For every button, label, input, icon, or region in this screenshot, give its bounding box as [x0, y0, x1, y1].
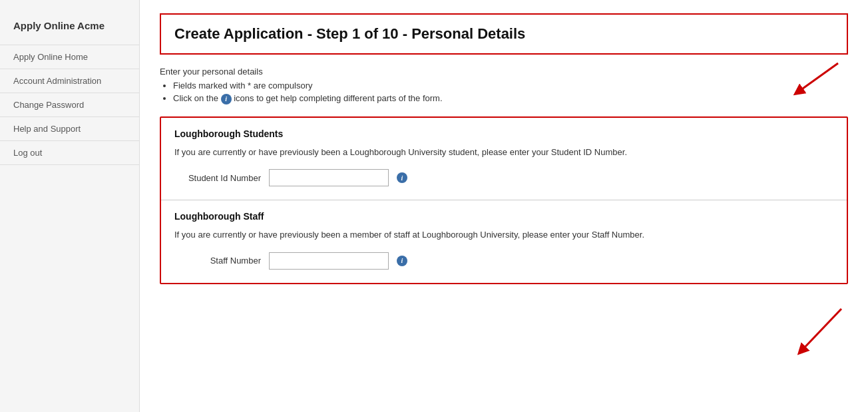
- apply-online-home-link[interactable]: Apply Online Home: [0, 45, 139, 69]
- sidebar-logo: Apply Online Acme: [0, 13, 139, 45]
- intro-bullet-1: Fields marked with * are compulsory: [173, 81, 848, 91]
- form-section: Loughborough Students If you are current…: [160, 116, 848, 284]
- intro-text: Enter your personal details: [160, 67, 848, 77]
- sidebar-item-log-out[interactable]: Log out: [0, 140, 139, 165]
- sidebar-item-help-support[interactable]: Help and Support: [0, 116, 139, 140]
- staff-number-field-row: Staff Number i: [174, 252, 833, 270]
- info-icon-inline[interactable]: i: [221, 94, 232, 104]
- staff-section-title: Loughborough Staff: [174, 211, 833, 222]
- account-administration-link[interactable]: Account Administration: [0, 69, 139, 93]
- students-section-title: Loughborough Students: [174, 128, 833, 139]
- sidebar-item-apply-online-home[interactable]: Apply Online Home: [0, 45, 139, 69]
- sidebar: Apply Online Acme Apply Online Home Acco…: [0, 0, 140, 412]
- student-id-input[interactable]: [269, 169, 389, 186]
- staff-section-desc: If you are currently or have previously …: [174, 228, 833, 242]
- staff-number-label: Staff Number: [174, 256, 261, 266]
- annotation-arrow-top: [788, 60, 841, 100]
- student-id-field-row: Student Id Number i: [174, 169, 833, 186]
- staff-number-input[interactable]: [269, 252, 389, 270]
- students-section-desc: If you are currently or have previously …: [174, 146, 833, 159]
- bullet2-suffix: icons to get help completing different p…: [234, 93, 442, 103]
- sidebar-item-account-administration[interactable]: Account Administration: [0, 69, 139, 93]
- svg-line-1: [801, 309, 841, 351]
- staff-section: Loughborough Staff If you are currently …: [161, 200, 847, 283]
- student-id-label: Student Id Number: [174, 173, 261, 183]
- bullet2-prefix: Click on the: [173, 93, 218, 103]
- main-content: Create Application - Step 1 of 10 - Pers…: [140, 0, 868, 412]
- student-id-info-icon[interactable]: i: [397, 172, 407, 183]
- students-section: Loughborough Students If you are current…: [161, 118, 847, 200]
- sidebar-nav: Apply Online Home Account Administration…: [0, 45, 139, 165]
- intro-list: Fields marked with * are compulsory Clic…: [160, 81, 848, 104]
- sidebar-item-change-password[interactable]: Change Password: [0, 93, 139, 116]
- intro-bullet-2: Click on the i icons to get help complet…: [173, 93, 848, 104]
- annotation-arrow-bottom: [788, 306, 848, 359]
- log-out-link[interactable]: Log out: [0, 141, 139, 164]
- staff-number-info-icon[interactable]: i: [397, 256, 407, 266]
- help-support-link[interactable]: Help and Support: [0, 117, 139, 140]
- svg-line-0: [798, 63, 838, 92]
- change-password-link[interactable]: Change Password: [0, 93, 139, 116]
- page-title: Create Application - Step 1 of 10 - Pers…: [160, 13, 848, 55]
